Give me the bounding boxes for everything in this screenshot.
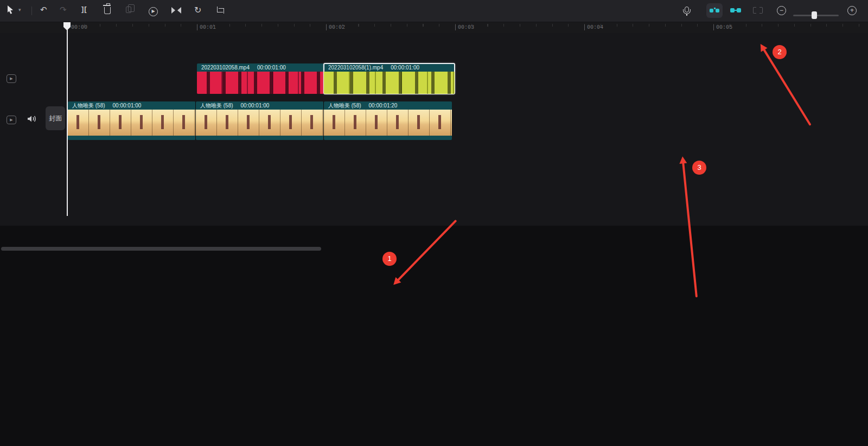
timeline-panel: ▾ ↶ ↷ ][ ▶ ↻ − + 00:00 00:01 00:02 00:03 [0, 0, 868, 226]
clip-filmstrip [197, 72, 324, 94]
clip-filmstrip [324, 72, 455, 94]
clip-footer [324, 136, 452, 140]
snap-icon [710, 9, 719, 13]
duplicate-button[interactable] [126, 5, 131, 15]
playhead-line [67, 22, 68, 216]
clip-header: 人物唯美 (58) 00:00:01:20 [324, 101, 452, 110]
clip-filmstrip [196, 110, 323, 136]
link-preview-toggle[interactable] [730, 5, 741, 14]
clip-name: 202203102058.mp4 [201, 65, 250, 71]
cover-button[interactable]: 封面 [46, 106, 65, 130]
timeline-zoom-in-button[interactable]: + [847, 5, 857, 15]
divider [31, 7, 32, 15]
timeline-clip-202203102058-1-selected[interactable]: 202203102058(1).mp4 00:00:01:00 [324, 63, 455, 94]
track-type-video-icon[interactable]: ▶ [7, 116, 16, 124]
copy-icon [126, 7, 131, 13]
annotation-badge-1: 1 [382, 252, 397, 266]
split-button[interactable]: ][ [81, 5, 87, 13]
select-tool-button[interactable] [7, 5, 15, 16]
timeline-clip-202203102058[interactable]: 202203102058.mp4 00:00:01:00 [197, 63, 324, 94]
zoom-out-icon: − [777, 6, 786, 15]
timeline-clip-beauty-1[interactable]: 人物唯美 (58) 00:00:01:00 [68, 101, 196, 140]
delete-button[interactable] [104, 5, 111, 16]
ruler-label: 00:04 [584, 24, 603, 30]
capcut-editor-window: ▶ 媒体 ♪ 音频 TI 文本 ◔ 贴纸 ✧ 特效 ⋈ 转场 [0, 0, 868, 446]
close-gap-toggle[interactable] [753, 5, 763, 14]
cursor-icon [7, 5, 15, 14]
mute-track-button[interactable] [27, 114, 37, 125]
clip-footer [196, 136, 323, 140]
close-gap-icon [753, 7, 763, 12]
track-type-video-icon[interactable]: ▶ [7, 74, 16, 83]
link-icon [730, 8, 741, 12]
clip-duration: 00:00:01:00 [241, 103, 270, 109]
clip-header: 202203102058.mp4 00:00:01:00 [197, 63, 324, 72]
annotation-badge-2: 2 [773, 45, 787, 59]
auto-snap-toggle[interactable] [706, 3, 723, 18]
timeline-zoom-out-button[interactable]: − [777, 5, 786, 15]
undo-button[interactable]: ↶ [40, 5, 47, 15]
ruler-label: 00:03 [455, 24, 474, 30]
microphone-icon [685, 7, 689, 12]
clip-name: 人物唯美 (58) [72, 102, 105, 110]
timeline-toolbar: ▾ ↶ ↷ ][ ▶ ↻ − + [0, 0, 868, 22]
ruler-label: 00:01 [197, 24, 216, 30]
redo-button[interactable]: ↷ [60, 5, 67, 15]
clip-duration: 00:00:01:20 [369, 103, 398, 109]
clip-footer [68, 136, 195, 140]
select-tool-caret[interactable]: ▾ [18, 7, 21, 12]
annotation-arrow-1 [397, 220, 457, 282]
clip-filmstrip [68, 110, 195, 136]
timeline-zoom-slider-knob[interactable] [812, 11, 817, 19]
ruler-label: 00:00 [69, 24, 87, 30]
clip-filmstrip [324, 110, 452, 136]
ruler-label: 00:02 [326, 24, 345, 30]
annotation-badge-3: 3 [692, 161, 706, 175]
clip-duration: 00:00:01:00 [113, 103, 142, 109]
clip-duration: 00:00:01:00 [257, 65, 286, 71]
zoom-in-icon: + [847, 6, 857, 15]
crop-button[interactable] [216, 5, 224, 16]
speaker-icon [27, 114, 37, 123]
timeline-clip-beauty-3[interactable]: 人物唯美 (58) 00:00:01:20 [324, 101, 452, 140]
timeline-tracks-area: ▶ ▶ 封面 202203102058.mp4 00:00:01:00 [0, 33, 868, 226]
clip-duration: 00:00:01:00 [391, 65, 419, 71]
crop-icon [216, 7, 224, 14]
clip-header: 人物唯美 (58) 00:00:01:00 [196, 101, 323, 110]
clip-header: 人物唯美 (58) 00:00:01:00 [68, 101, 195, 110]
timeline-horizontal-scrollbar[interactable] [1, 247, 321, 251]
clip-name: 202203102058(1).mp4 [328, 65, 383, 71]
play-circle-icon: ▶ [149, 7, 158, 16]
clip-name: 人物唯美 (58) [328, 102, 361, 110]
timeline-clip-beauty-2[interactable]: 人物唯美 (58) 00:00:01:00 [196, 101, 324, 140]
mirror-icon [171, 7, 181, 14]
mirror-button[interactable] [171, 5, 181, 16]
speed-button[interactable]: ▶ [149, 5, 158, 16]
record-voiceover-button[interactable] [685, 5, 689, 14]
ruler-label: 00:05 [713, 24, 732, 30]
clip-name: 人物唯美 (58) [200, 102, 233, 110]
clip-header: 202203102058(1).mp4 00:00:01:00 [324, 63, 455, 72]
timeline-ruler[interactable]: 00:00 00:01 00:02 00:03 00:04 00:05 [0, 22, 868, 33]
rotate-button[interactable]: ↻ [194, 5, 201, 15]
trash-icon [104, 7, 111, 14]
